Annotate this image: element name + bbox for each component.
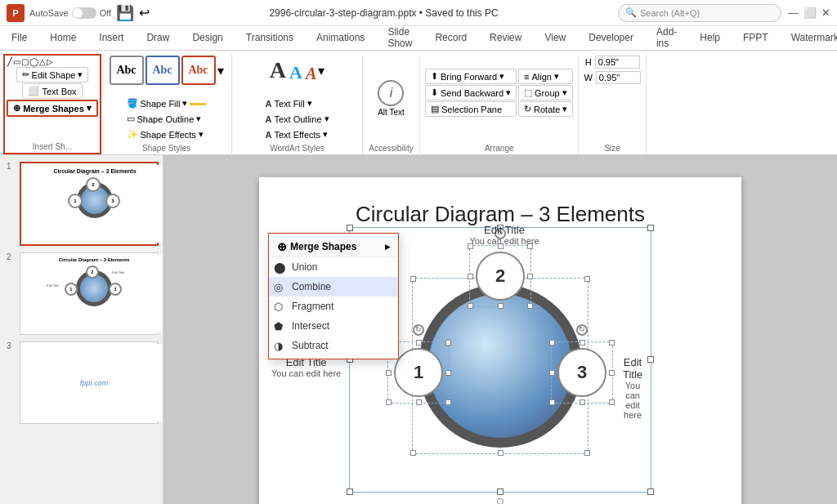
- tab-slideshow[interactable]: Slide Show: [376, 26, 423, 50]
- rotate-button[interactable]: ↻ Rotate ▾: [518, 101, 573, 117]
- c2-h3[interactable]: [468, 303, 473, 309]
- handle-mr[interactable]: [647, 356, 654, 363]
- bc-h6[interactable]: [410, 450, 416, 456]
- bring-forward-button[interactable]: ⬆ Bring Forward ▾: [425, 69, 517, 84]
- handle-bm[interactable]: [497, 488, 504, 495]
- dropdown-intersect[interactable]: ⬟ Intersect: [269, 316, 398, 336]
- c2-h7[interactable]: [468, 274, 473, 279]
- bc-h1[interactable]: [410, 276, 416, 282]
- dropdown-fragment[interactable]: ⬡ Fragment: [269, 297, 398, 316]
- tab-record[interactable]: Record: [423, 26, 478, 50]
- slide-thumb-2[interactable]: Circular Diagram – 3 Elements 2 1 3 Edit…: [20, 252, 159, 335]
- c1-h5[interactable]: [416, 340, 422, 346]
- undo-icon[interactable]: ↩: [139, 5, 150, 20]
- alt-text-button[interactable]: i Alt Text: [371, 77, 411, 120]
- wordart-a1[interactable]: A: [270, 57, 286, 83]
- tab-watermark[interactable]: Watermark: [780, 26, 837, 50]
- c3-h6[interactable]: [580, 399, 585, 405]
- shape-effects-button[interactable]: ✨ Shape Effects ▾: [123, 127, 210, 141]
- c3-h1[interactable]: [549, 340, 555, 346]
- thumb1-title: Circular Diagram – 3 Elements: [23, 165, 163, 176]
- c3-rotate-handle[interactable]: ↻: [576, 324, 588, 336]
- accessibility-items: i Alt Text: [371, 56, 411, 153]
- tab-animations[interactable]: Animations: [305, 26, 376, 50]
- text-outline-button[interactable]: A Text Outline ▾: [262, 112, 332, 126]
- maximize-icon[interactable]: ⬜: [803, 7, 817, 19]
- send-backward-button[interactable]: ⬇ Send Backward ▾: [425, 85, 517, 100]
- search-icon: 🔍: [625, 7, 637, 18]
- bc-h8[interactable]: [584, 450, 590, 456]
- shape-styles-more[interactable]: ▾: [217, 63, 224, 78]
- c2-h4[interactable]: [527, 303, 533, 309]
- c1-h6[interactable]: [416, 399, 422, 405]
- handle-br[interactable]: [647, 488, 654, 495]
- c3-h3[interactable]: [549, 399, 555, 405]
- union-label: Union: [292, 261, 317, 273]
- merge-shapes-button[interactable]: ⊕ Merge Shapes ▾: [7, 100, 98, 117]
- c3-h8[interactable]: [609, 370, 615, 376]
- wordart-a2[interactable]: A: [289, 62, 302, 83]
- tab-home[interactable]: Home: [38, 26, 87, 50]
- dropdown-subtract[interactable]: ◑ Subtract: [269, 336, 398, 355]
- autosave-toggle[interactable]: [72, 7, 96, 19]
- c3-h2[interactable]: [609, 340, 615, 346]
- tab-fppt[interactable]: FPPT: [732, 26, 780, 50]
- label-top-title: Edit Title You can edit here: [463, 224, 545, 246]
- shape-style-1[interactable]: Abc: [110, 56, 144, 85]
- handle-tl[interactable]: [347, 225, 353, 231]
- handle-bl[interactable]: [347, 488, 353, 495]
- c3-h5[interactable]: [580, 340, 585, 346]
- tab-addins[interactable]: Add-ins: [645, 26, 688, 50]
- width-input[interactable]: [596, 71, 641, 84]
- c1-h2[interactable]: [445, 340, 451, 346]
- wordart-a3[interactable]: A: [306, 65, 316, 83]
- edit-shape-button[interactable]: ✏ Edit Shape ▾: [16, 67, 89, 83]
- shape-style-2[interactable]: Abc: [145, 56, 180, 85]
- c2-h6[interactable]: [498, 303, 504, 309]
- align-button[interactable]: ≡ Align ▾: [518, 69, 573, 84]
- c2-h8[interactable]: [527, 274, 533, 279]
- shape-style-3[interactable]: Abc: [181, 56, 216, 85]
- arrange-col1: ⬆ Bring Forward ▾ ⬇ Send Backward ▾ ▤ Se…: [425, 69, 517, 128]
- c1-h7[interactable]: [386, 370, 392, 376]
- tab-developer[interactable]: Developer: [577, 26, 645, 50]
- wordart-more[interactable]: ▾: [318, 63, 325, 78]
- tab-transitions[interactable]: Transitions: [235, 26, 305, 50]
- height-input[interactable]: [595, 56, 640, 69]
- tab-file[interactable]: File: [0, 26, 38, 50]
- tab-insert[interactable]: Insert: [87, 26, 135, 50]
- text-effects-button[interactable]: A Text Effects ▾: [262, 127, 332, 141]
- shape-fill-button[interactable]: 🪣 Shape Fill ▾: [123, 96, 210, 110]
- bc-h7[interactable]: [498, 450, 504, 456]
- close-icon[interactable]: ✕: [821, 7, 830, 19]
- save-icon[interactable]: 💾: [116, 4, 134, 22]
- tab-design[interactable]: Design: [181, 26, 234, 50]
- dropdown-combine[interactable]: ◎ Combine: [269, 277, 398, 297]
- dropdown-union[interactable]: ⬤ Union: [269, 257, 398, 277]
- c1-rotate-handle[interactable]: ↻: [413, 324, 424, 336]
- slide-thumb-3[interactable]: fppt.com: [20, 341, 159, 424]
- shape-outline-button[interactable]: ▭ Shape Outline ▾: [123, 112, 210, 126]
- group-button[interactable]: ⬚ Group ▾: [518, 85, 573, 100]
- selection-pane-button[interactable]: ▤ Selection Pane: [425, 101, 517, 117]
- c3-h7[interactable]: [549, 370, 555, 376]
- c3-h4[interactable]: [609, 399, 615, 405]
- document-title: 2996-circular-3-step-diagram.pptx • Save…: [156, 7, 611, 19]
- text-box-button[interactable]: ⬜ Text Box: [22, 83, 82, 99]
- c1-h3[interactable]: [386, 399, 392, 405]
- tab-review[interactable]: Review: [478, 26, 533, 50]
- c1-h8[interactable]: [445, 370, 451, 376]
- c1-h4[interactable]: [445, 399, 451, 405]
- slide-thumb-1[interactable]: Circular Diagram – 3 Elements 2 1 3: [20, 162, 159, 246]
- search-bar[interactable]: 🔍 Search (Alt+Q): [618, 4, 781, 22]
- handle-tr[interactable]: [647, 225, 654, 231]
- tab-view[interactable]: View: [533, 26, 577, 50]
- bottom-handle[interactable]: [497, 498, 504, 505]
- text-fill-button[interactable]: A Text Fill ▾: [262, 96, 332, 110]
- tab-help[interactable]: Help: [688, 26, 732, 50]
- tab-draw[interactable]: Draw: [135, 26, 181, 50]
- c2-selection: ↻: [469, 245, 531, 307]
- bc-h3[interactable]: [584, 276, 590, 282]
- shape-line-icon: ╱: [7, 57, 12, 66]
- minimize-icon[interactable]: —: [788, 7, 799, 19]
